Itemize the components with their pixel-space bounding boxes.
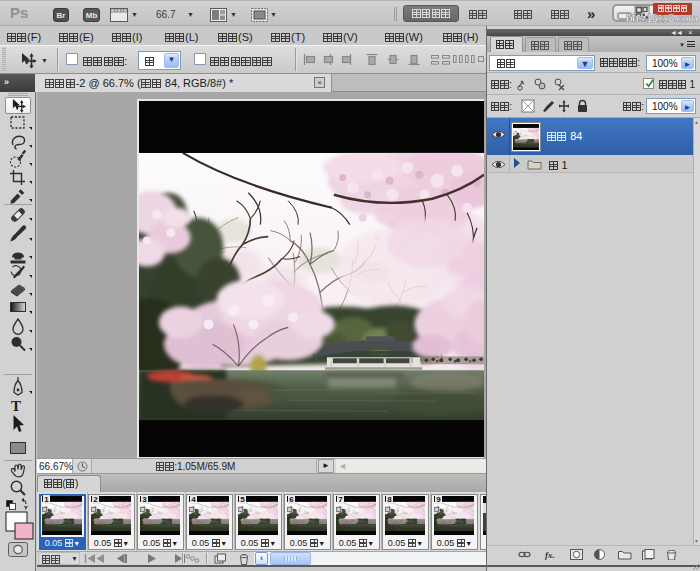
svg-text:fx.: fx. bbox=[545, 550, 555, 560]
